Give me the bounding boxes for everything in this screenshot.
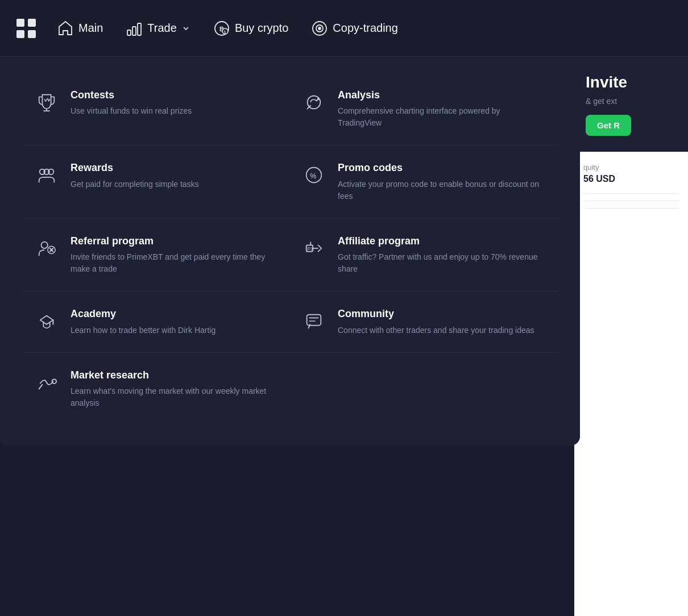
- invite-card: Invite & get ext Get R: [574, 57, 688, 152]
- affiliate-content: Affiliate program Got traffic? Partner w…: [338, 235, 546, 275]
- referral-title: Referral program: [71, 235, 279, 248]
- contests-desc: Use virtual funds to win real prizes: [71, 105, 279, 117]
- nav-main-label: Main: [78, 22, 103, 35]
- invite-title: Invite: [586, 73, 677, 92]
- promo-icon: %: [301, 163, 326, 188]
- market-research-title: Market research: [71, 369, 279, 382]
- get-referral-button[interactable]: Get R: [586, 115, 631, 136]
- equity-section: quity 56 USD: [574, 152, 688, 616]
- market-research-desc: Learn what's moving the market with our …: [71, 385, 279, 409]
- nav-buy-crypto[interactable]: B $ Buy crypto: [204, 14, 297, 43]
- equity-divider-2: [583, 201, 679, 201]
- analysis-desc: Comprehensive charting interface powered…: [338, 105, 546, 129]
- market-research-content: Market research Learn what's moving the …: [71, 369, 279, 409]
- app-logo[interactable]: [14, 16, 39, 41]
- academy-title: Academy: [71, 307, 279, 321]
- analysis-icon: [301, 90, 326, 115]
- nav-copy-trading[interactable]: Copy-trading: [302, 14, 407, 43]
- promo-desc: Activate your promo code to enable bonus…: [338, 178, 546, 202]
- svg-text:%: %: [310, 172, 316, 180]
- svg-rect-6: [138, 23, 141, 35]
- market-research-icon: [34, 370, 59, 395]
- contests-content: Contests Use virtual funds to win real p…: [71, 89, 279, 117]
- rewards-title: Rewards: [71, 161, 279, 174]
- nav-buy-crypto-label: Buy crypto: [235, 22, 288, 35]
- analysis-title: Analysis: [338, 89, 546, 102]
- dropdown-item-market-research[interactable]: Market research Learn what's moving the …: [23, 355, 290, 423]
- navbar: Main Trade B $ Buy crypto Copy-trading: [0, 0, 688, 57]
- community-icon: [301, 309, 326, 334]
- referral-content: Referral program Invite friends to Prime…: [71, 235, 279, 275]
- nav-trade-label: Trade: [147, 22, 177, 35]
- referral-desc: Invite friends to PrimeXBT and get paid …: [71, 251, 279, 275]
- nav-copy-trading-label: Copy-trading: [333, 22, 398, 35]
- svg-point-13: [318, 27, 321, 30]
- dropdown-item-affiliate[interactable]: PX Affiliate program Got traffic? Partne…: [290, 221, 557, 289]
- analysis-content: Analysis Comprehensive charting interfac…: [338, 89, 546, 129]
- svg-rect-5: [132, 27, 136, 35]
- affiliate-icon: PX: [301, 236, 326, 261]
- affiliate-title: Affiliate program: [338, 235, 546, 248]
- rewards-desc: Get paid for completing simple tasks: [71, 178, 279, 190]
- dropdown-item-referral[interactable]: Referral program Invite friends to Prime…: [23, 221, 290, 289]
- academy-icon: [34, 309, 59, 334]
- svg-rect-2: [16, 30, 24, 38]
- svg-text:PX: PX: [308, 246, 314, 252]
- svg-text:$: $: [223, 30, 226, 34]
- equity-label: quity: [583, 163, 679, 172]
- academy-content: Academy Learn how to trade better with D…: [71, 307, 279, 336]
- nav-trade[interactable]: Trade: [117, 14, 200, 43]
- trade-chevron-icon: [181, 24, 190, 33]
- rewards-icon: [34, 163, 59, 188]
- referral-icon: [34, 236, 59, 261]
- svg-rect-4: [127, 30, 131, 35]
- community-content: Community Connect with other traders and…: [338, 307, 546, 336]
- community-title: Community: [338, 307, 546, 321]
- divider-1: [23, 145, 557, 145]
- svg-rect-0: [16, 19, 24, 27]
- equity-divider-3: [583, 208, 679, 209]
- divider-4: [23, 352, 557, 353]
- dropdown-item-community[interactable]: Community Connect with other traders and…: [290, 294, 557, 349]
- nav-main[interactable]: Main: [48, 14, 112, 43]
- contests-title: Contests: [71, 89, 279, 102]
- promo-title: Promo codes: [338, 161, 546, 174]
- dropdown-item-analysis[interactable]: Analysis Comprehensive charting interfac…: [290, 75, 557, 143]
- dropdown-item-contests[interactable]: Contests Use virtual funds to win real p…: [23, 75, 290, 143]
- community-desc: Connect with other traders and share you…: [338, 324, 546, 336]
- divider-3: [23, 291, 557, 292]
- dropdown-item-academy[interactable]: Academy Learn how to trade better with D…: [23, 294, 290, 349]
- trade-dropdown: Contests Use virtual funds to win real p…: [0, 57, 580, 446]
- equity-value: 56 USD: [583, 174, 679, 184]
- divider-2: [23, 218, 557, 219]
- academy-desc: Learn how to trade better with Dirk Hart…: [71, 324, 279, 336]
- affiliate-desc: Got traffic? Partner with us and enjoy u…: [338, 251, 546, 275]
- svg-rect-1: [28, 19, 36, 27]
- trophy-icon: [34, 90, 59, 115]
- svg-rect-25: [307, 315, 321, 326]
- right-panel: drawal limit Invite & get ext Get R quit…: [574, 0, 688, 616]
- rewards-content: Rewards Get paid for completing simple t…: [71, 161, 279, 190]
- promo-content: Promo codes Activate your promo code to …: [338, 161, 546, 202]
- svg-rect-3: [28, 30, 36, 38]
- invite-sub: & get ext: [586, 97, 677, 106]
- svg-point-15: [317, 98, 320, 100]
- dropdown-item-promo[interactable]: % Promo codes Activate your promo code t…: [290, 148, 557, 215]
- svg-point-21: [42, 242, 48, 248]
- dropdown-grid: Contests Use virtual funds to win real p…: [23, 75, 557, 423]
- equity-divider-1: [583, 193, 679, 194]
- dropdown-item-rewards[interactable]: Rewards Get paid for completing simple t…: [23, 148, 290, 215]
